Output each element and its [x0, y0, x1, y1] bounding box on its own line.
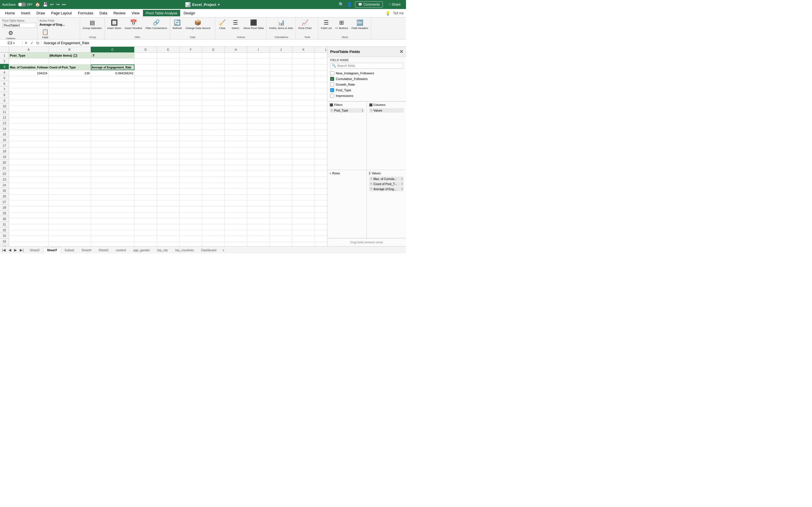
cancel-formula-button[interactable]: ✕	[24, 41, 29, 45]
tab-sheet7[interactable]: Sheet7	[43, 247, 61, 253]
cell-k4[interactable]	[292, 70, 315, 76]
cell-l4[interactable]	[315, 70, 327, 76]
field-settings-button[interactable]: 📋 FieldSettings	[39, 27, 51, 40]
cell-g1[interactable]	[202, 53, 225, 58]
cell-l3[interactable]	[315, 64, 327, 70]
menu-data[interactable]: Data	[97, 10, 110, 16]
menu-design[interactable]: Design	[181, 10, 198, 16]
cell-h3[interactable]	[225, 64, 247, 70]
row-header-22[interactable]: 22	[0, 171, 9, 177]
select-button[interactable]: ☰ Select	[229, 18, 242, 35]
list-item[interactable]: Growth_Rate	[330, 82, 403, 87]
cell-h4[interactable]	[225, 70, 247, 76]
tell-me[interactable]: Tell me	[393, 11, 404, 15]
cell-e3[interactable]	[157, 64, 180, 70]
field-checkbox-impressions[interactable]	[330, 94, 334, 98]
name-box-dropdown[interactable]: ▾	[13, 42, 15, 45]
row-header-11[interactable]: 11	[0, 109, 9, 115]
insert-timeline-button[interactable]: 📅 Insert Timeline	[123, 18, 144, 35]
row-header-8[interactable]: 8	[0, 92, 9, 98]
search-icon[interactable]: 🔍	[339, 2, 344, 7]
cell-i3[interactable]	[247, 64, 270, 70]
row-header-16[interactable]: 16	[0, 137, 9, 143]
filter-connections-button[interactable]: 🔗 Filter Connections	[144, 18, 168, 35]
cell-b1[interactable]: (Multiple Items)▼	[49, 53, 91, 58]
tab-sheet4[interactable]: Sheet4	[78, 247, 95, 253]
cell-a1[interactable]: Post_Type	[9, 53, 49, 58]
field-list-button[interactable]: ☰ Field List	[319, 18, 333, 35]
insert-slicer-button[interactable]: 🔲 Insert Slicer	[106, 18, 123, 35]
group-selection-button[interactable]: ▤ Group Selection	[81, 18, 103, 35]
search-fields-input[interactable]	[337, 64, 402, 67]
menu-view[interactable]: View	[129, 10, 142, 16]
col-header-j[interactable]: J	[270, 47, 292, 52]
cell-c3[interactable]: Average of Engagement_Rate	[91, 64, 135, 70]
refresh-button[interactable]: 🔄 Refresh	[171, 18, 184, 35]
cell-e2[interactable]	[157, 59, 180, 64]
row-header-34[interactable]: 34	[0, 238, 9, 244]
field-checkbox-growth[interactable]	[330, 82, 334, 87]
row-header-28[interactable]: 28	[0, 205, 9, 210]
cell-f4[interactable]	[180, 70, 202, 76]
cell-d1[interactable]	[135, 53, 157, 58]
field-checkbox-new-instagram[interactable]	[330, 71, 334, 75]
search-box[interactable]: 🔍	[330, 63, 403, 68]
cell-a2[interactable]	[9, 59, 49, 64]
row-header-17[interactable]: 17	[0, 143, 9, 149]
field-headers-button[interactable]: 🔤 Field Headers	[350, 18, 370, 35]
tab-dashboard[interactable]: Dashboard	[198, 247, 220, 253]
row-header-30[interactable]: 30	[0, 216, 9, 222]
row-header-27[interactable]: 27	[0, 199, 9, 205]
row-header-15[interactable]: 15	[0, 131, 9, 137]
autosave-toggle[interactable]: OFF	[18, 3, 33, 6]
list-item[interactable]: ✓ Cumulative_Followers	[330, 76, 403, 81]
col-header-k[interactable]: K	[292, 47, 315, 52]
col-header-d[interactable]: D	[135, 47, 157, 52]
list-item[interactable]: ⠿ Average of Eng... ℹ	[369, 187, 404, 191]
cell-b2[interactable]	[49, 59, 91, 64]
col-header-i[interactable]: I	[247, 47, 270, 52]
row-header-20[interactable]: 20	[0, 160, 9, 165]
cell-l1[interactable]	[315, 53, 327, 58]
pivot-chart-button[interactable]: 📈 Pivot Chart	[297, 18, 313, 35]
options-button[interactable]: ⚙ Options	[2, 29, 19, 40]
cell-e4[interactable]	[157, 70, 180, 76]
list-item[interactable]: ⠿ Post_Type ℹ	[329, 108, 364, 113]
pivot-table-name-input[interactable]	[2, 23, 36, 28]
cell-k1[interactable]	[292, 53, 315, 58]
cell-g2[interactable]	[202, 59, 225, 64]
col-header-b[interactable]: B	[49, 47, 91, 52]
row-header-2[interactable]: 2	[0, 58, 9, 64]
filename[interactable]: Excel_Project	[192, 3, 216, 7]
cell-g3[interactable]	[202, 64, 225, 70]
field-checkbox-cumulative[interactable]: ✓	[330, 77, 334, 81]
col-header-a[interactable]: A	[9, 47, 49, 52]
cell-j3[interactable]	[270, 64, 292, 70]
row-header-21[interactable]: 21	[0, 165, 9, 171]
redo-icon[interactable]: ↪	[56, 2, 60, 7]
row-header-31[interactable]: 31	[0, 222, 9, 227]
row-header-3[interactable]: 3	[0, 64, 9, 69]
tab-subset[interactable]: Subset	[61, 247, 78, 253]
menu-formulas[interactable]: Formulas	[75, 10, 96, 16]
row-header-7[interactable]: 7	[0, 87, 9, 92]
share-button[interactable]: ↑ Share	[386, 1, 404, 8]
menu-page-layout[interactable]: Page Layout	[49, 10, 75, 16]
formula-input[interactable]: Average of Engagement_Rate	[42, 41, 406, 45]
cell-j1[interactable]	[270, 53, 292, 58]
tab-sheet2[interactable]: Sheet2	[26, 247, 43, 253]
row-header-5[interactable]: 5	[0, 75, 9, 81]
tab-top-city[interactable]: top_city	[154, 247, 172, 253]
cell-d2[interactable]	[135, 59, 157, 64]
more-icon[interactable]: •••	[62, 3, 66, 7]
save-icon[interactable]: 💾	[43, 2, 48, 7]
cell-c4[interactable]: 0.094258242	[91, 70, 135, 76]
filter-info-icon[interactable]: ℹ	[362, 109, 363, 112]
value-info-icon-1[interactable]: ℹ	[402, 177, 403, 180]
menu-review[interactable]: Review	[110, 10, 128, 16]
menu-draw[interactable]: Draw	[34, 10, 48, 16]
tab-age-gender[interactable]: age_gender	[130, 247, 154, 253]
sheet-nav-next[interactable]: ▶	[13, 248, 18, 252]
tab-content[interactable]: content	[112, 247, 130, 253]
row-header-18[interactable]: 18	[0, 149, 9, 154]
